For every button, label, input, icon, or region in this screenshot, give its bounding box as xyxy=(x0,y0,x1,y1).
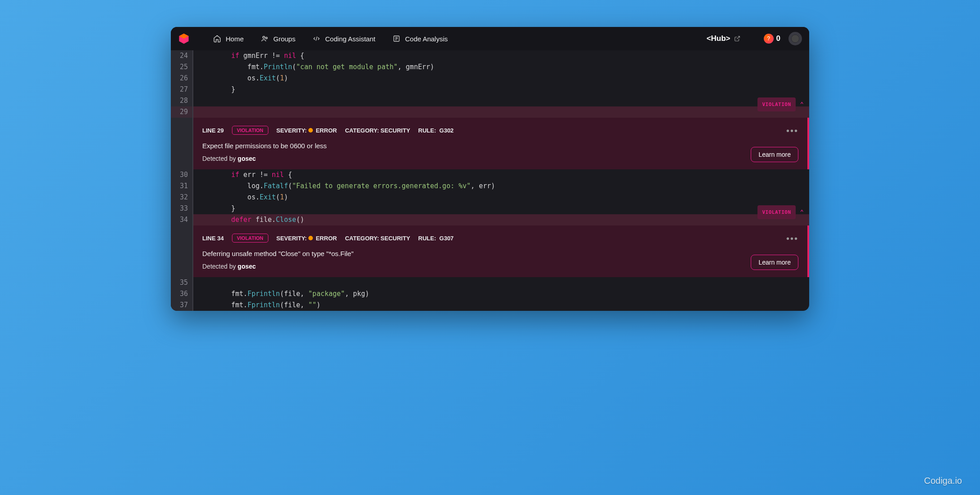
code-line: } xyxy=(193,84,809,95)
code-line xyxy=(193,277,809,288)
watermark: Codiga.io xyxy=(924,476,962,486)
violation-badge: VIOLATION xyxy=(757,97,795,111)
nav-groups-label: Groups xyxy=(273,35,295,43)
code-icon xyxy=(312,35,321,43)
violation-badge: VIOLATION xyxy=(757,205,795,219)
analysis-icon xyxy=(392,35,401,43)
nav: Home Groups Coding Assistant Code Analys… xyxy=(213,35,448,43)
home-icon xyxy=(213,35,221,43)
line-number: 26 xyxy=(171,73,193,84)
app-window: Home Groups Coding Assistant Code Analys… xyxy=(171,27,809,311)
svg-point-3 xyxy=(266,37,267,39)
code-line: log.Fatalf("Failed to generate errors.ge… xyxy=(193,181,809,192)
line-number: 29 xyxy=(171,106,193,118)
nav-home-label: Home xyxy=(226,35,244,43)
code-line: os.Exit(1) xyxy=(193,73,809,84)
violation-line: LINE 29 xyxy=(202,127,224,134)
violation-description: Deferring unsafe method "Close" on type … xyxy=(202,250,798,257)
code-line: if gmnErr != nil { xyxy=(193,50,809,62)
line-number: 24 xyxy=(171,50,193,62)
violation-panel: ••• LINE 29 VIOLATION SEVERITY:ERROR CAT… xyxy=(171,118,809,169)
points-count: 0 xyxy=(776,34,780,43)
nav-home[interactable]: Home xyxy=(213,35,244,43)
code-line: fmt.Fprintln(file, "package", pkg) xyxy=(193,288,809,300)
code-line-highlighted: defer file.Close() VIOLATION ⌃ xyxy=(193,214,809,225)
svg-line-4 xyxy=(316,36,317,40)
line-number: 25 xyxy=(171,62,193,73)
external-link-icon xyxy=(734,35,740,42)
line-number: 27 xyxy=(171,84,193,95)
more-menu-icon[interactable]: ••• xyxy=(786,126,798,136)
violation-tag: VIOLATION xyxy=(232,234,268,243)
nav-groups[interactable]: Groups xyxy=(261,35,295,43)
user-avatar[interactable] xyxy=(788,32,802,45)
collapse-icon[interactable]: ⌃ xyxy=(800,99,804,110)
violation-meta: LINE 34 VIOLATION SEVERITY:ERROR CATEGOR… xyxy=(202,234,798,243)
topbar: Home Groups Coding Assistant Code Analys… xyxy=(171,27,809,50)
violation-detected-by: Detected by gosec xyxy=(202,263,798,270)
severity-dot-icon xyxy=(308,128,313,133)
line-number: 28 xyxy=(171,95,193,106)
violation-detected-by: Detected by gosec xyxy=(202,155,798,162)
hub-link[interactable]: <Hub> xyxy=(707,34,740,43)
svg-point-2 xyxy=(263,36,265,39)
more-menu-icon[interactable]: ••• xyxy=(786,234,798,244)
points-icon[interactable]: ? xyxy=(764,34,774,44)
nav-analysis-label: Code Analysis xyxy=(405,35,448,43)
violation-tag: VIOLATION xyxy=(232,126,268,135)
line-number: 36 xyxy=(171,288,193,300)
codiga-logo[interactable] xyxy=(178,33,190,44)
severity-dot-icon xyxy=(308,236,313,240)
hub-label: <Hub> xyxy=(707,34,731,43)
line-number: 32 xyxy=(171,192,193,203)
code-line: fmt.Println("can not get module path", g… xyxy=(193,62,809,73)
nav-assistant[interactable]: Coding Assistant xyxy=(312,35,375,43)
line-number: 37 xyxy=(171,300,193,311)
violation-description: Expect file permissions to be 0600 or le… xyxy=(202,142,798,150)
code-line-highlighted: ........file, err := os.OpenFile("errors… xyxy=(193,106,809,118)
violation-panel: ••• LINE 34 VIOLATION SEVERITY:ERROR CAT… xyxy=(171,225,809,277)
collapse-icon[interactable]: ⌃ xyxy=(800,207,804,218)
learn-more-button[interactable]: Learn more xyxy=(751,255,798,270)
code-line: if err != nil { xyxy=(193,169,809,181)
code-line: } xyxy=(193,203,809,214)
nav-analysis[interactable]: Code Analysis xyxy=(392,35,448,43)
code-line xyxy=(193,95,809,106)
learn-more-button[interactable]: Learn more xyxy=(751,147,798,162)
violation-meta: LINE 29 VIOLATION SEVERITY:ERROR CATEGOR… xyxy=(202,126,798,135)
code-editor: 24 if gmnErr != nil { 25 fmt.Println("ca… xyxy=(171,50,809,311)
code-line: fmt.Fprintln(file, "") xyxy=(193,300,809,311)
line-number: 33 xyxy=(171,203,193,214)
code-line: os.Exit(1) xyxy=(193,192,809,203)
svg-line-9 xyxy=(736,36,739,39)
line-number: 34 xyxy=(171,214,193,225)
line-number: 35 xyxy=(171,277,193,288)
line-number: 31 xyxy=(171,181,193,192)
groups-icon xyxy=(261,35,269,43)
violation-line: LINE 34 xyxy=(202,235,224,242)
nav-assistant-label: Coding Assistant xyxy=(325,35,375,43)
line-number: 30 xyxy=(171,169,193,181)
